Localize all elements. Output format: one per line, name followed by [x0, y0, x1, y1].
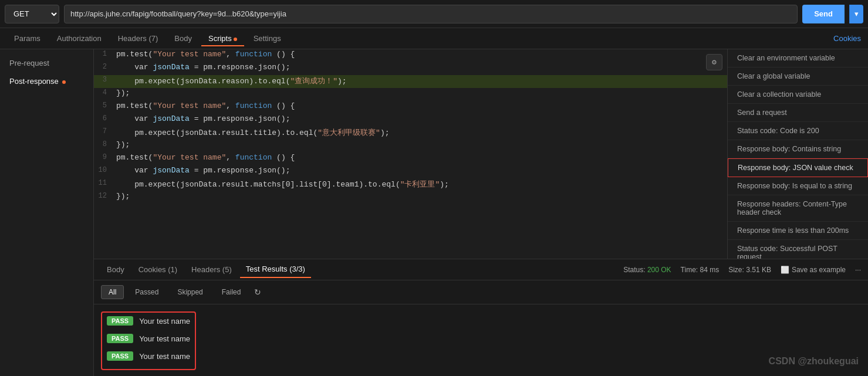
line-number-9: 9: [94, 153, 112, 162]
code-line-10: 10 var jsonData = pm.response.json();: [94, 165, 727, 178]
url-input[interactable]: [64, 5, 798, 23]
line-number-5: 5: [94, 101, 112, 110]
side-tab-post-response[interactable]: Post-response: [0, 72, 93, 90]
code-token: ,: [226, 50, 235, 59]
filter-passed-button[interactable]: Passed: [127, 285, 166, 299]
pass-badge-2: PASS: [107, 351, 133, 361]
snippet-send-request[interactable]: Send a request: [728, 104, 868, 122]
code-token: = pm.response.json();: [190, 166, 291, 175]
snippet-post-request[interactable]: Status code: Successful POST request: [728, 240, 868, 259]
test-result-item-0: PASSYour test name: [107, 316, 190, 326]
line-content-9: pm.test("Your test name", function () {: [112, 153, 727, 162]
method-select[interactable]: GET POST PUT DELETE: [5, 5, 59, 23]
tab-scripts[interactable]: Scripts: [201, 31, 244, 46]
code-token: pm.test(: [116, 153, 153, 162]
time-value: 84 ms: [700, 266, 720, 274]
top-bar: GET POST PUT DELETE Send ▾: [0, 0, 868, 28]
left-panel: Pre-request Post-response: [0, 49, 94, 376]
code-token: );: [380, 128, 390, 137]
tab-params[interactable]: Params: [7, 31, 48, 46]
snippet-clear-global[interactable]: Clear a global variable: [728, 67, 868, 86]
code-token: "查询成功！": [290, 77, 337, 86]
tab-settings[interactable]: Settings: [246, 31, 288, 46]
snippets-container: Clear an environment variableClear a glo…: [728, 49, 868, 259]
snippet-json-value-check[interactable]: Response body: JSON value check: [728, 158, 868, 177]
pass-badge-1: PASS: [107, 334, 133, 343]
code-line-12: 12});: [94, 191, 727, 204]
save-as-example-label: Save as example: [792, 266, 846, 274]
code-line-8: 8});: [94, 140, 727, 153]
code-token: function: [235, 50, 272, 59]
code-editor[interactable]: ⚙ 1pm.test("Your test name", function ()…: [94, 49, 727, 259]
more-options-button[interactable]: ···: [855, 266, 861, 274]
code-line-4: 4});: [94, 88, 727, 101]
code-token: pm.test(: [116, 101, 153, 110]
watermark: CSDN @zhoukeguai: [769, 356, 859, 367]
code-lines-container: 1pm.test("Your test name", function () {…: [94, 49, 727, 204]
snippet-clear-collection[interactable]: Clear a collection variable: [728, 86, 868, 104]
code-token: function: [235, 101, 272, 110]
code-line-1: 1pm.test("Your test name", function () {: [94, 49, 727, 62]
code-token: var: [116, 63, 153, 72]
main-content: Pre-request Post-response ⚙ 1pm.test("Yo…: [0, 49, 868, 376]
line-number-6: 6: [94, 114, 112, 123]
test-name-1: Your test name: [139, 334, 190, 343]
snippet-clear-env[interactable]: Clear an environment variable: [728, 49, 868, 67]
filter-failed-button[interactable]: Failed: [214, 285, 249, 299]
test-results-list: PASSYour test namePASSYour test namePASS…: [94, 304, 868, 376]
time-label: Time: 84 ms: [681, 266, 720, 274]
side-tab-pre-request[interactable]: Pre-request: [0, 54, 93, 72]
save-as-example-button[interactable]: ⬜ Save as example: [781, 266, 846, 274]
tab-headers[interactable]: Headers (7): [111, 31, 166, 46]
results-tab-headers[interactable]: Headers (5): [185, 262, 238, 277]
line-content-10: var jsonData = pm.response.json();: [112, 165, 727, 175]
code-token: = pm.response.json();: [190, 63, 291, 72]
code-token: );: [337, 77, 347, 86]
send-button[interactable]: Send: [802, 5, 845, 23]
line-content-12: });: [112, 191, 727, 201]
line-content-1: pm.test("Your test name", function () {: [112, 49, 727, 59]
line-number-8: 8: [94, 140, 112, 149]
code-token: pm.expect(jsonData.result.matchs[0].list…: [116, 180, 400, 189]
code-line-7: 7 pm.expect(jsonData.result.title).to.eq…: [94, 127, 727, 140]
send-dropdown-button[interactable]: ▾: [849, 5, 863, 23]
snippet-response-time[interactable]: Response time is less than 200ms: [728, 222, 868, 240]
results-tab-test-results[interactable]: Test Results (3/3): [240, 261, 311, 278]
code-line-5: 5pm.test("Your test name", function () {: [94, 101, 727, 114]
line-number-10: 10: [94, 165, 112, 175]
filter-all-button[interactable]: All: [101, 285, 124, 299]
tab-body[interactable]: Body: [167, 31, 199, 46]
test-name-2: Your test name: [139, 352, 190, 361]
line-number-1: 1: [94, 49, 112, 59]
editor-settings-button[interactable]: ⚙: [706, 54, 722, 70]
code-token: );: [440, 180, 449, 189]
test-result-item-2: PASSYour test name: [107, 351, 190, 361]
code-token: = pm.response.json();: [190, 114, 291, 123]
time-label-text: Time:: [681, 266, 698, 274]
line-number-12: 12: [94, 191, 112, 201]
results-tab-body[interactable]: Body: [101, 262, 130, 277]
tab-authorization[interactable]: Authorization: [50, 31, 109, 46]
results-tab-cookies[interactable]: Cookies (1): [133, 262, 183, 277]
line-content-4: });: [112, 88, 727, 98]
snippet-content-type[interactable]: Response headers: Content-Type header ch…: [728, 195, 868, 222]
filter-tabs: All Passed Skipped Failed ↻: [94, 280, 868, 304]
snippet-equal-string[interactable]: Response body: Is equal to a string: [728, 177, 868, 195]
line-number-2: 2: [94, 62, 112, 72]
code-token: ,: [226, 101, 235, 110]
snippet-body-contains[interactable]: Response body: Contains string: [728, 140, 868, 158]
snippet-status-200[interactable]: Status code: Code is 200: [728, 122, 868, 140]
post-response-dot: [62, 80, 66, 84]
code-token: jsonData: [153, 114, 189, 123]
cookies-link[interactable]: Cookies: [833, 34, 861, 43]
code-line-6: 6 var jsonData = pm.response.json();: [94, 114, 727, 127]
filter-skipped-button[interactable]: Skipped: [170, 285, 210, 299]
scripts-dot: [234, 38, 237, 41]
code-line-9: 9pm.test("Your test name", function () {: [94, 153, 727, 165]
test-name-0: Your test name: [139, 317, 190, 326]
code-token: () {: [272, 153, 295, 162]
refresh-button[interactable]: ↻: [254, 287, 261, 297]
code-token: ,: [226, 153, 235, 162]
size-value: 3.51 KB: [746, 266, 771, 274]
code-token: "卡利亚里": [400, 180, 440, 189]
